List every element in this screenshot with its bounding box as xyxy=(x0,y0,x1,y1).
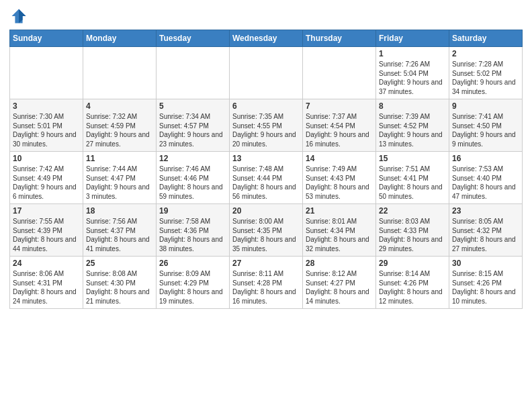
day-number: 16 xyxy=(452,154,519,163)
day-cell: 5Sunrise: 7:34 AM Sunset: 4:57 PM Daylig… xyxy=(157,99,230,152)
day-cell xyxy=(157,47,230,99)
day-cell: 23Sunrise: 8:05 AM Sunset: 4:32 PM Dayli… xyxy=(449,204,523,257)
day-cell: 8Sunrise: 7:39 AM Sunset: 4:52 PM Daylig… xyxy=(376,99,449,152)
day-cell: 20Sunrise: 8:00 AM Sunset: 4:35 PM Dayli… xyxy=(230,204,303,257)
day-info: Sunrise: 8:05 AM Sunset: 4:32 PM Dayligh… xyxy=(452,217,519,253)
day-cell: 24Sunrise: 8:06 AM Sunset: 4:31 PM Dayli… xyxy=(10,257,83,309)
day-cell: 16Sunrise: 7:53 AM Sunset: 4:40 PM Dayli… xyxy=(449,152,523,204)
col-header-saturday: Saturday xyxy=(449,30,523,47)
day-number: 5 xyxy=(159,101,226,111)
day-number: 26 xyxy=(159,259,226,268)
day-number: 29 xyxy=(379,259,446,268)
day-info: Sunrise: 7:51 AM Sunset: 4:41 PM Dayligh… xyxy=(379,165,446,201)
col-header-monday: Monday xyxy=(83,30,157,47)
day-number: 9 xyxy=(452,101,519,111)
day-info: Sunrise: 7:32 AM Sunset: 4:59 PM Dayligh… xyxy=(86,112,153,148)
day-info: Sunrise: 7:48 AM Sunset: 4:44 PM Dayligh… xyxy=(232,165,300,201)
day-number: 6 xyxy=(232,101,300,111)
col-header-thursday: Thursday xyxy=(303,30,376,47)
day-number: 22 xyxy=(379,206,446,216)
day-info: Sunrise: 7:42 AM Sunset: 4:49 PM Dayligh… xyxy=(13,165,80,201)
day-number: 7 xyxy=(306,101,373,111)
day-info: Sunrise: 7:34 AM Sunset: 4:57 PM Dayligh… xyxy=(159,112,226,148)
day-info: Sunrise: 7:55 AM Sunset: 4:39 PM Dayligh… xyxy=(13,217,80,253)
day-number: 28 xyxy=(306,259,373,268)
day-cell: 17Sunrise: 7:55 AM Sunset: 4:39 PM Dayli… xyxy=(10,204,83,257)
day-number: 4 xyxy=(86,101,153,111)
day-info: Sunrise: 7:41 AM Sunset: 4:50 PM Dayligh… xyxy=(452,112,519,148)
day-number: 8 xyxy=(379,101,446,111)
day-info: Sunrise: 7:39 AM Sunset: 4:52 PM Dayligh… xyxy=(379,112,446,148)
day-cell: 1Sunrise: 7:26 AM Sunset: 5:04 PM Daylig… xyxy=(376,47,449,99)
day-info: Sunrise: 7:37 AM Sunset: 4:54 PM Dayligh… xyxy=(306,112,373,148)
day-number: 10 xyxy=(13,154,80,163)
day-info: Sunrise: 8:06 AM Sunset: 4:31 PM Dayligh… xyxy=(13,269,80,306)
day-cell: 21Sunrise: 8:01 AM Sunset: 4:34 PM Dayli… xyxy=(303,204,376,257)
day-cell: 9Sunrise: 7:41 AM Sunset: 4:50 PM Daylig… xyxy=(449,99,523,152)
day-cell: 26Sunrise: 8:09 AM Sunset: 4:29 PM Dayli… xyxy=(157,257,230,309)
day-cell: 29Sunrise: 8:14 AM Sunset: 4:26 PM Dayli… xyxy=(376,257,449,309)
day-number: 23 xyxy=(452,206,519,216)
day-cell: 15Sunrise: 7:51 AM Sunset: 4:41 PM Dayli… xyxy=(376,152,449,204)
day-info: Sunrise: 8:14 AM Sunset: 4:26 PM Dayligh… xyxy=(379,269,446,306)
day-info: Sunrise: 7:49 AM Sunset: 4:43 PM Dayligh… xyxy=(306,165,373,201)
day-number: 18 xyxy=(86,206,153,216)
day-number: 3 xyxy=(13,101,80,111)
day-number: 17 xyxy=(13,206,80,216)
calendar-header-row: SundayMondayTuesdayWednesdayThursdayFrid… xyxy=(10,30,523,47)
header xyxy=(9,7,523,26)
day-info: Sunrise: 8:12 AM Sunset: 4:27 PM Dayligh… xyxy=(306,269,373,306)
day-info: Sunrise: 7:56 AM Sunset: 4:37 PM Dayligh… xyxy=(86,217,153,253)
day-info: Sunrise: 8:00 AM Sunset: 4:35 PM Dayligh… xyxy=(232,217,300,253)
day-cell: 10Sunrise: 7:42 AM Sunset: 4:49 PM Dayli… xyxy=(10,152,83,204)
day-info: Sunrise: 8:09 AM Sunset: 4:29 PM Dayligh… xyxy=(159,269,226,306)
day-number: 20 xyxy=(232,206,300,216)
day-cell: 6Sunrise: 7:35 AM Sunset: 4:55 PM Daylig… xyxy=(230,99,303,152)
day-number: 1 xyxy=(379,49,446,58)
col-header-friday: Friday xyxy=(376,30,449,47)
day-cell: 7Sunrise: 7:37 AM Sunset: 4:54 PM Daylig… xyxy=(303,99,376,152)
page-container: SundayMondayTuesdayWednesdayThursdayFrid… xyxy=(0,0,532,316)
day-cell: 19Sunrise: 7:58 AM Sunset: 4:36 PM Dayli… xyxy=(157,204,230,257)
day-number: 15 xyxy=(379,154,446,163)
day-number: 24 xyxy=(13,259,80,268)
day-cell: 25Sunrise: 8:08 AM Sunset: 4:30 PM Dayli… xyxy=(83,257,157,309)
day-cell: 22Sunrise: 8:03 AM Sunset: 4:33 PM Dayli… xyxy=(376,204,449,257)
day-cell: 2Sunrise: 7:28 AM Sunset: 5:02 PM Daylig… xyxy=(449,47,523,99)
week-row-4: 24Sunrise: 8:06 AM Sunset: 4:31 PM Dayli… xyxy=(10,257,523,309)
week-row-3: 17Sunrise: 7:55 AM Sunset: 4:39 PM Dayli… xyxy=(10,204,523,257)
day-info: Sunrise: 7:35 AM Sunset: 4:55 PM Dayligh… xyxy=(232,112,300,148)
logo xyxy=(9,7,31,26)
day-number: 2 xyxy=(452,49,519,58)
day-info: Sunrise: 7:53 AM Sunset: 4:40 PM Dayligh… xyxy=(452,165,519,201)
day-info: Sunrise: 7:44 AM Sunset: 4:47 PM Dayligh… xyxy=(86,165,153,201)
day-cell: 4Sunrise: 7:32 AM Sunset: 4:59 PM Daylig… xyxy=(83,99,157,152)
week-row-1: 3Sunrise: 7:30 AM Sunset: 5:01 PM Daylig… xyxy=(10,99,523,152)
day-info: Sunrise: 7:30 AM Sunset: 5:01 PM Dayligh… xyxy=(13,112,80,148)
day-cell: 30Sunrise: 8:15 AM Sunset: 4:26 PM Dayli… xyxy=(449,257,523,309)
day-number: 21 xyxy=(306,206,373,216)
day-cell xyxy=(303,47,376,99)
col-header-wednesday: Wednesday xyxy=(230,30,303,47)
col-header-tuesday: Tuesday xyxy=(157,30,230,47)
day-number: 13 xyxy=(232,154,300,163)
day-number: 19 xyxy=(159,206,226,216)
day-cell: 13Sunrise: 7:48 AM Sunset: 4:44 PM Dayli… xyxy=(230,152,303,204)
day-info: Sunrise: 7:58 AM Sunset: 4:36 PM Dayligh… xyxy=(159,217,226,253)
day-cell xyxy=(10,47,83,99)
day-info: Sunrise: 7:26 AM Sunset: 5:04 PM Dayligh… xyxy=(379,60,446,96)
day-cell xyxy=(83,47,157,99)
day-number: 25 xyxy=(86,259,153,268)
day-number: 27 xyxy=(232,259,300,268)
day-number: 14 xyxy=(306,154,373,163)
day-info: Sunrise: 8:08 AM Sunset: 4:30 PM Dayligh… xyxy=(86,269,153,306)
day-cell: 11Sunrise: 7:44 AM Sunset: 4:47 PM Dayli… xyxy=(83,152,157,204)
col-header-sunday: Sunday xyxy=(10,30,83,47)
day-cell: 12Sunrise: 7:46 AM Sunset: 4:46 PM Dayli… xyxy=(157,152,230,204)
day-info: Sunrise: 8:15 AM Sunset: 4:26 PM Dayligh… xyxy=(452,269,519,306)
week-row-2: 10Sunrise: 7:42 AM Sunset: 4:49 PM Dayli… xyxy=(10,152,523,204)
day-cell xyxy=(230,47,303,99)
day-cell: 27Sunrise: 8:11 AM Sunset: 4:28 PM Dayli… xyxy=(230,257,303,309)
day-cell: 14Sunrise: 7:49 AM Sunset: 4:43 PM Dayli… xyxy=(303,152,376,204)
day-info: Sunrise: 7:28 AM Sunset: 5:02 PM Dayligh… xyxy=(452,60,519,96)
